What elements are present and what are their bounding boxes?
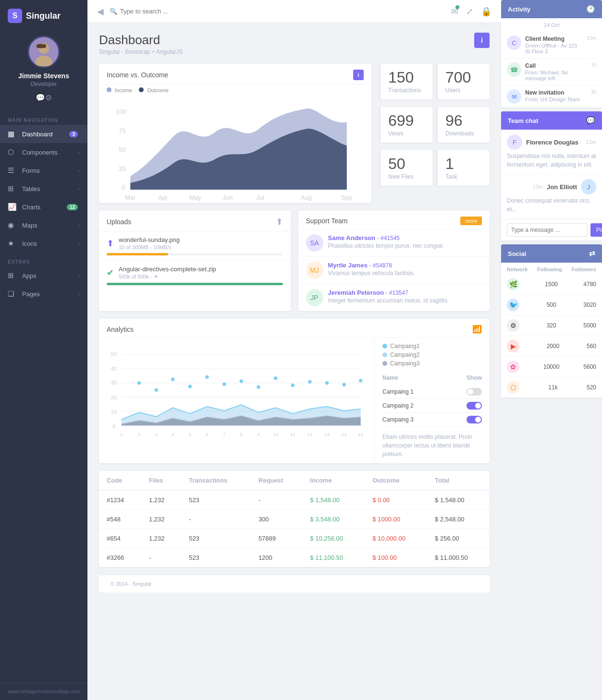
cell-files: 1,232: [141, 529, 181, 548]
message-icon[interactable]: 💬: [36, 93, 45, 102]
sidebar-item-charts[interactable]: 📈 Charts 12: [0, 198, 87, 216]
sidebar-item-icons[interactable]: ★ Icons ›: [0, 234, 87, 253]
svg-text:3: 3: [155, 432, 158, 437]
chat-message-text: Suspendisse nisl nulla, interdum at ferm…: [507, 152, 596, 169]
sidebar-item-dashboard[interactable]: ▦ Dashboard 3: [0, 125, 87, 143]
svg-point-37: [274, 376, 277, 380]
svg-point-35: [240, 379, 243, 383]
analytics-body: 0 10 20 30 40 50: [99, 338, 490, 463]
mail-icon[interactable]: ✉: [451, 6, 458, 17]
campaign2-toggle[interactable]: [467, 402, 482, 410]
col-transactions: Transactions: [181, 471, 251, 490]
search-input[interactable]: [120, 8, 216, 15]
activity-title-call: Call: [525, 62, 587, 69]
sidebar: S Singular Jimmie Stevens Developer 💬 ⚙ …: [0, 0, 87, 700]
chat-input-row: Post: [501, 219, 602, 241]
support-more-button[interactable]: more: [460, 217, 482, 225]
svg-text:20: 20: [111, 395, 117, 400]
campaign1-toggle[interactable]: [467, 388, 482, 396]
social-following-4: 2000: [547, 343, 560, 350]
cell-total: $ 256.00: [427, 529, 490, 548]
support-info: Jeremiah Peterson - #13547 Integer ferme…: [328, 289, 449, 304]
chat-send-button[interactable]: Post: [590, 223, 602, 237]
income-info-button[interactable]: i: [353, 70, 364, 80]
topbar-right: ✉ ⤢ 🔒: [451, 6, 491, 17]
analytics-legend: Campaing1 Campaing2 Campaing3: [382, 343, 482, 367]
sidebar-item-components[interactable]: ⬡ Components ›: [0, 143, 87, 161]
cell-transactions: 523: [181, 490, 251, 510]
social-following-3: 320: [547, 322, 556, 329]
svg-text:50: 50: [111, 351, 117, 357]
cell-request: 1200: [251, 548, 302, 567]
campaign3-toggle[interactable]: [467, 416, 482, 423]
campaign2-label: Campaing 2: [382, 402, 414, 409]
chevron-right-icon: ›: [78, 273, 80, 278]
app-logo: S Singular: [0, 0, 87, 28]
sidebar-footer: www.heritagechristiancollege.com: [0, 683, 87, 700]
chat-panel-header: Team chat 💬: [501, 111, 602, 130]
svg-text:5: 5: [189, 432, 192, 437]
social-following-1: 1500: [545, 281, 558, 288]
stat-views: 699 Views: [379, 107, 432, 143]
activity-detail-meeting: Green Offfice - Av 123 St Floor 2: [525, 43, 583, 54]
support-ticket-id: - #41545: [377, 235, 400, 241]
support-member-3: JP Jeremiah Peterson - #13547 Integer fe…: [298, 284, 490, 311]
activity-avatar: ☎: [507, 62, 521, 77]
sidebar-item-pages[interactable]: ❏ Pages ›: [0, 285, 87, 303]
support-info: Myrtle James - #54878 Vivamus tempus veh…: [328, 262, 415, 277]
chat-message-2: 13m Jon Elliott J Donec consequat venena…: [501, 174, 602, 219]
chat-sender-name: Florence Douglas: [526, 139, 578, 146]
svg-text:Sep: Sep: [342, 194, 353, 201]
support-member-2: MJ Myrtle James - #54878 Vivamus tempus …: [298, 257, 490, 284]
sidebar-item-maps[interactable]: ◉ Maps ›: [0, 216, 87, 234]
settings-icon[interactable]: ⚙: [45, 93, 52, 102]
sidebar-item-label: Components: [22, 149, 78, 156]
upload-progress-bar: [107, 253, 283, 255]
cell-total: $ 11,000.50: [427, 548, 490, 567]
cell-files: 1,232: [141, 510, 181, 529]
collapse-sidebar-button[interactable]: ◀: [97, 6, 104, 17]
chat-icon: 💬: [586, 116, 595, 125]
cell-income: $ 3,548.00: [302, 510, 365, 529]
pages-icon: ❏: [8, 290, 17, 298]
cell-income: $ 11,100.50: [302, 548, 365, 567]
expand-icon[interactable]: ⤢: [466, 6, 473, 17]
campaign1-dot: [382, 344, 387, 349]
chevron-right-icon: ›: [78, 241, 80, 246]
svg-text:13: 13: [324, 432, 330, 437]
stat-label: Transactions: [388, 87, 421, 94]
cell-code: #3266: [99, 548, 141, 567]
activity-time-call: 1h: [591, 62, 596, 68]
chat-input[interactable]: [507, 223, 588, 237]
sidebar-item-apps[interactable]: ⊞ Apps ›: [0, 266, 87, 285]
cell-transactions: 523: [181, 548, 251, 567]
svg-text:Apr: Apr: [158, 194, 168, 201]
svg-point-32: [188, 385, 192, 388]
cell-transactions: 523: [181, 529, 251, 548]
campaign3-legend: Campaing3: [382, 360, 482, 367]
income-chart-header: Income vs. Outcome i: [99, 64, 371, 84]
page-info-button[interactable]: i: [474, 33, 490, 48]
sidebar-item-forms[interactable]: ☰ Forms ›: [0, 161, 87, 180]
activity-detail-invitation: From: UX Design Team: [525, 97, 587, 102]
data-table-card: Code Files Transactions Request Income O…: [99, 471, 490, 567]
cell-outcome: $ 100.00: [365, 548, 427, 567]
main-nav-label: MAIN NAVIGATION: [0, 111, 87, 125]
sidebar-item-label: Apps: [22, 272, 78, 279]
support-avatar: JP: [306, 289, 323, 306]
upload-progress-bar: [107, 283, 283, 285]
svg-text:0: 0: [122, 184, 125, 191]
svg-text:Jul: Jul: [256, 194, 264, 201]
social-network-icon-3: ⚙: [507, 319, 519, 332]
analytics-card: Analytics 📶 0 10 20 30 40 50: [99, 319, 490, 463]
stat-downloads: 96 Downloads: [436, 107, 490, 143]
chat-msg-header: F Florence Douglas 12m: [507, 134, 596, 150]
sidebar-item-tables[interactable]: ⊞ Tables ›: [0, 180, 87, 198]
page-title: Dashboard: [99, 33, 183, 48]
svg-text:May: May: [189, 194, 201, 201]
social-followers-1: 4780: [583, 281, 596, 288]
lock-icon[interactable]: 🔒: [481, 6, 491, 17]
stat-label: Downloads: [445, 130, 474, 137]
svg-point-40: [325, 381, 329, 385]
support-title: Support Team: [306, 217, 348, 225]
